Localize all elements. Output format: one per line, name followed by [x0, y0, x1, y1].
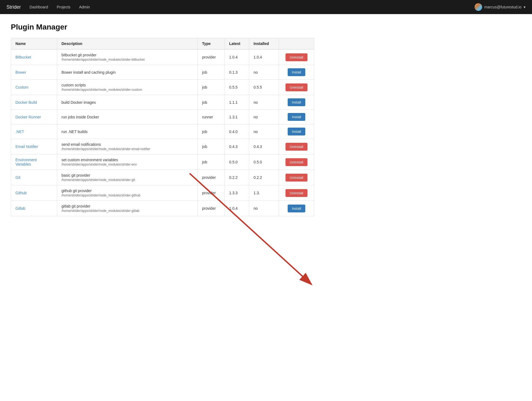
plugin-installed: 1.3.: [249, 185, 279, 201]
table-row: Email Notifiersend email notifications/h…: [11, 139, 314, 154]
nav-admin[interactable]: Admin: [79, 5, 90, 9]
plugin-name-link[interactable]: Environment Variables: [15, 158, 37, 166]
plugin-desc-main: custom scripts: [61, 83, 193, 87]
table-row: Gitlabgitlab git provider/home/strider/a…: [11, 201, 314, 216]
plugin-desc-path: /home/strider/apps/strider/node_modules/…: [61, 163, 193, 166]
plugin-type: job: [198, 65, 225, 80]
plugin-name-link[interactable]: Gitlab: [15, 206, 25, 211]
plugin-type: runner: [198, 110, 225, 124]
plugin-type: provider: [198, 201, 225, 216]
plugin-type: provider: [198, 49, 225, 65]
plugin-action-cell: Uninstall: [279, 170, 314, 185]
nav-projects[interactable]: Projects: [57, 5, 71, 9]
plugin-description: set custom environment variables/home/st…: [57, 154, 198, 170]
plugin-name-link[interactable]: Github: [15, 191, 27, 195]
col-header-latest: Latest: [225, 38, 249, 50]
uninstall-button[interactable]: Uninstall: [286, 143, 308, 151]
table-row: BowerBower install and caching pluginjob…: [11, 65, 314, 80]
plugin-description: github git provider/home/strider/apps/st…: [57, 185, 198, 201]
table-header-row: Name Description Type Latest Installed: [11, 38, 314, 50]
uninstall-button[interactable]: Uninstall: [286, 53, 308, 61]
plugin-name-link[interactable]: Bower: [15, 70, 26, 75]
install-button[interactable]: Install: [288, 205, 306, 212]
plugin-desc-main: run jobs inside Docker: [61, 115, 193, 119]
plugin-installed: no: [249, 124, 279, 139]
plugin-desc-main: gitlab git provider: [61, 204, 193, 208]
col-header-action: [279, 38, 314, 50]
plugin-description: basic git provider/home/strider/apps/str…: [57, 170, 198, 185]
plugin-installed: no: [249, 95, 279, 110]
plugin-action-cell: Uninstall: [279, 49, 314, 65]
plugin-type: job: [198, 80, 225, 95]
plugin-name-link[interactable]: Docker Build: [15, 100, 37, 105]
install-button[interactable]: Install: [288, 128, 306, 135]
plugin-desc-path: /home/strider/apps/strider/node_modules/…: [61, 193, 193, 197]
plugin-action-cell: Install: [279, 65, 314, 80]
avatar: [475, 3, 482, 11]
plugin-name-link[interactable]: Email Notifier: [15, 144, 38, 149]
uninstall-button[interactable]: Uninstall: [286, 174, 308, 182]
uninstall-button[interactable]: Uninstall: [286, 83, 308, 91]
plugin-name-link[interactable]: Custom: [15, 85, 28, 89]
plugin-type: provider: [198, 170, 225, 185]
col-header-name: Name: [11, 38, 57, 50]
table-row: Customcustom scripts/home/strider/apps/s…: [11, 80, 314, 95]
plugin-description: bitbucket git provider/home/strider/apps…: [57, 49, 198, 65]
plugin-desc-main: bitbucket git provider: [61, 53, 193, 57]
plugin-latest: 0.4.0: [225, 124, 249, 139]
col-header-type: Type: [198, 38, 225, 50]
plugin-latest: 1.3.3: [225, 185, 249, 201]
plugin-name-link[interactable]: Docker Runner: [15, 115, 41, 119]
plugin-latest: 0.5.0: [225, 154, 249, 170]
plugin-action-cell: Uninstall: [279, 80, 314, 95]
plugin-action-cell: Uninstall: [279, 139, 314, 154]
plugin-installed: 1.0.4: [249, 49, 279, 65]
uninstall-button[interactable]: Uninstall: [286, 158, 308, 166]
page-title: Plugin Manager: [11, 23, 314, 31]
plugin-action-cell: Install: [279, 110, 314, 124]
plugin-description: custom scripts/home/strider/apps/strider…: [57, 80, 198, 95]
plugin-type: job: [198, 95, 225, 110]
plugin-desc-main: send email notifications: [61, 142, 193, 147]
plugin-installed: no: [249, 201, 279, 216]
plugin-latest: 1.0.4: [225, 49, 249, 65]
table-row: .NETrun .NET buildsjob0.4.0noInstall: [11, 124, 314, 139]
plugin-description: Bower install and caching plugin: [57, 65, 198, 80]
plugin-installed: 0.2.2: [249, 170, 279, 185]
plugin-desc-path: /home/strider/apps/strider/node_modules/…: [61, 88, 193, 92]
plugin-name-link[interactable]: Git: [15, 175, 20, 180]
nav-dashboard[interactable]: Dashboard: [30, 5, 48, 9]
uninstall-button[interactable]: Uninstall: [286, 189, 308, 197]
plugin-name-link[interactable]: .NET: [15, 130, 24, 134]
plugin-latest: 1.1.1: [225, 95, 249, 110]
col-header-desc: Description: [57, 38, 198, 50]
table-row: Gitbasic git provider/home/strider/apps/…: [11, 170, 314, 185]
plugin-latest: 1.0.4: [225, 201, 249, 216]
plugin-desc-main: github git provider: [61, 189, 193, 193]
plugin-description: build Docker images: [57, 95, 198, 110]
plugin-name-link[interactable]: Bitbucket: [15, 55, 31, 59]
plugin-description: run jobs inside Docker: [57, 110, 198, 124]
install-button[interactable]: Install: [288, 98, 306, 106]
plugin-desc-main: basic git provider: [61, 173, 193, 177]
plugin-desc-path: /home/strider/apps/strider/node_modules/…: [61, 178, 193, 182]
plugin-type: job: [198, 139, 225, 154]
install-button[interactable]: Install: [288, 68, 306, 76]
plugin-latest: 0.4.3: [225, 139, 249, 154]
plugin-installed: 0.5.5: [249, 80, 279, 95]
table-row: Bitbucketbitbucket git provider/home/str…: [11, 49, 314, 65]
plugin-latest: 0.1.3: [225, 65, 249, 80]
install-button[interactable]: Install: [288, 113, 306, 121]
nav-brand[interactable]: Strider: [7, 4, 21, 10]
dropdown-icon: ▾: [524, 5, 525, 9]
plugin-desc-path: /home/strider/apps/strider/node_modules/…: [61, 209, 193, 213]
plugin-desc-path: /home/strider/apps/strider/node_modules/…: [61, 147, 193, 151]
plugin-desc-main: Bower install and caching plugin: [61, 70, 193, 75]
table-row: Docker Buildbuild Docker imagesjob1.1.1n…: [11, 95, 314, 110]
col-header-installed: Installed: [249, 38, 279, 50]
user-menu[interactable]: marcus@futurestud.io ▾: [475, 3, 525, 11]
plugin-action-cell: Install: [279, 124, 314, 139]
plugin-description: gitlab git provider/home/strider/apps/st…: [57, 201, 198, 216]
plugin-type: job: [198, 124, 225, 139]
plugin-action-cell: Uninstall: [279, 154, 314, 170]
